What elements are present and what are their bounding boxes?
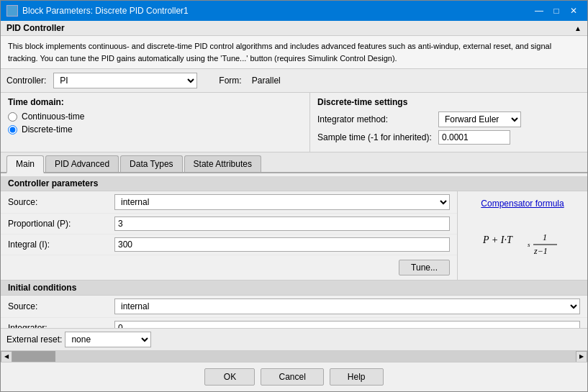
controller-label: Controller: [6,76,46,86]
formula-svg: P + I·T s 1 z−1 [479,222,566,265]
svg-text:s: s [528,241,530,248]
continuous-time-label: Continuous-time [22,111,84,122]
scroll-thumb[interactable] [12,351,55,363]
discrete-settings-title: Discrete-time settings [317,97,580,107]
controller-select[interactable]: PI P PID PD [53,73,197,88]
left-params: Source: internal external Proportional (… [1,191,458,280]
discrete-time-row: Discrete-time [8,124,302,135]
time-domain-right: Discrete-time settings Integrator method… [310,93,587,152]
main-content: Controller parameters Source: internal e… [1,173,587,328]
scroll-track[interactable] [12,351,576,363]
proportional-label: Proportional (P): [8,219,109,229]
section-header: PID Controller ▲ [1,21,587,36]
window-icon [6,5,18,17]
svg-text:z−1: z−1 [533,246,548,256]
integral-row: Integral (I): [1,234,457,255]
controller-params-header: Controller parameters [1,176,587,191]
form-label: Form: [219,76,241,86]
compensator-link[interactable]: Compensator formula [481,199,564,209]
formula-area: P + I·T s 1 z−1 [479,216,566,265]
right-formula: Compensator formula P + I·T s 1 [458,191,587,280]
window-title: Block Parameters: Discrete PID Controlle… [22,6,189,16]
scroll-left-arrow[interactable]: ◀ [1,351,12,363]
integrator-method-row: Integrator method: Forward Euler Backwar… [317,111,580,127]
integrator-input[interactable] [114,321,580,328]
help-button[interactable]: Help [330,368,384,386]
cancel-button[interactable]: Cancel [261,368,323,386]
tab-pid-advanced[interactable]: PID Advanced [45,155,119,172]
tab-state-attributes[interactable]: State Attributes [184,155,261,172]
scrollbar-row: ◀ ▶ [1,350,587,362]
sample-time-row: Sample time (-1 for inherited): [317,130,580,145]
initial-source-row: Source: internal external [1,296,587,318]
description-text: This block implements continuous- and di… [8,42,551,63]
main-window: Block Parameters: Discrete PID Controlle… [0,0,588,392]
initial-source-label: Source: [8,301,109,311]
scroll-right-arrow[interactable]: ▶ [576,351,587,363]
source-row: Source: internal external [1,191,457,214]
tune-button[interactable]: Tune... [399,260,450,275]
tune-row: Tune... [1,255,457,280]
initial-conditions-section: Initial conditions Source: internal exte… [1,280,587,328]
tab-main[interactable]: Main [6,155,44,173]
source-select[interactable]: internal external [114,194,450,210]
close-button[interactable]: ✕ [566,4,582,18]
integrator-method-select[interactable]: Forward Euler Backward Euler Trapezoidal [438,111,521,127]
svg-text:P + I·T: P + I·T [482,234,513,245]
proportional-row: Proportional (P): [1,214,457,234]
proportional-input[interactable] [114,216,450,231]
minimize-button[interactable]: — [531,4,547,18]
time-domain-title: Time domain: [8,97,302,107]
two-col-layout: Source: internal external Proportional (… [1,191,587,280]
discrete-time-radio[interactable] [8,125,17,135]
initial-source-select[interactable]: internal external [114,298,580,314]
form-value: Parallel [252,76,281,86]
external-reset-label: External reset: [6,334,62,345]
description-area: This block implements continuous- and di… [1,36,587,69]
title-bar: Block Parameters: Discrete PID Controlle… [1,1,587,21]
bottom-buttons: OK Cancel Help [1,362,587,391]
integrator-method-label: Integrator method: [317,114,433,124]
tabs-bar: Main PID Advanced Data Types State Attri… [1,152,587,173]
external-reset-select[interactable]: none rising falling either level [65,332,151,347]
discrete-time-label: Discrete-time [22,124,73,135]
content-area: PID Controller ▲ This block implements c… [1,21,587,391]
title-bar-buttons: — □ ✕ [531,4,582,18]
time-domain-left: Time domain: Continuous-time Discrete-ti… [1,93,310,152]
continuous-time-radio[interactable] [8,112,17,122]
time-domain-row: Time domain: Continuous-time Discrete-ti… [1,93,587,152]
integrator-row: Integrator: [1,318,587,328]
ok-button[interactable]: OK [204,368,255,386]
tab-data-types[interactable]: Data Types [120,155,182,172]
maximize-button[interactable]: □ [548,4,564,18]
collapse-button[interactable]: ▲ [574,24,582,32]
title-bar-left: Block Parameters: Discrete PID Controlle… [6,5,189,17]
svg-text:1: 1 [543,232,547,242]
integral-label: Integral (I): [8,240,109,250]
external-reset-row: External reset: none rising falling eith… [1,328,587,350]
integrator-label: Integrator: [8,323,109,328]
continuous-time-row: Continuous-time [8,111,302,122]
source-label: Source: [8,197,109,207]
section-header-label: PID Controller [6,23,65,33]
integral-input[interactable] [114,237,450,252]
initial-conditions-header: Initial conditions [1,281,587,296]
controller-params-section: Controller parameters Source: internal e… [1,173,587,328]
sample-time-label: Sample time (-1 for inherited): [317,132,433,142]
sample-time-input[interactable] [438,130,510,145]
controller-row: Controller: PI P PID PD Form: Parallel [1,69,587,93]
